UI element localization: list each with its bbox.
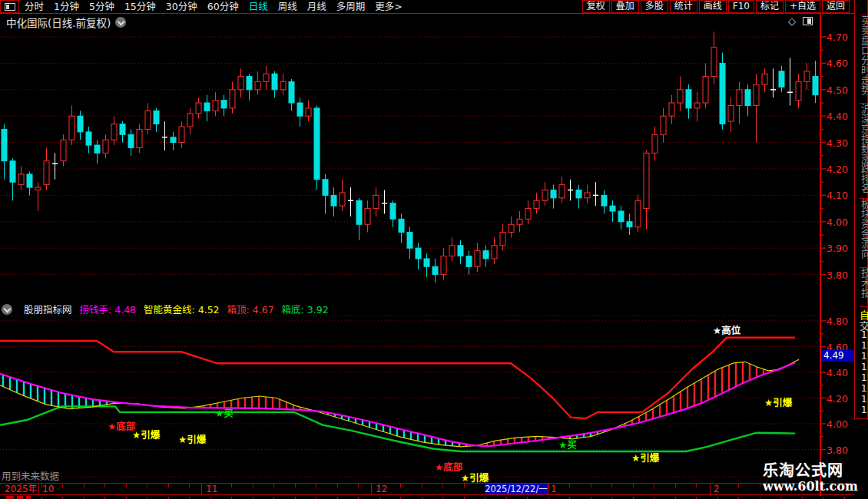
watermark-title: 乐淘公式网 [763, 461, 858, 480]
strip-clipped-text[interactable]: 板块资金流向 [860, 198, 868, 267]
watermark-url: www.60lt.com [763, 480, 858, 494]
right-edge-clipped-panel[interactable]: 自 交 11111111 买卖盘口分时走势沪深京指数涨跌排名板块资金流向技术指标 [854, 0, 868, 420]
future-data-note: 用到未来数据 [2, 468, 59, 483]
selected-date-box: 2025/12/22/一 [485, 484, 548, 494]
signal-marker: ★高位 [713, 325, 741, 336]
strip-clipped-text[interactable]: 沪深京指数涨跌排名 [860, 103, 868, 198]
chart-canvas[interactable]: ★底部★引爆★引爆★买★底部★引爆★买★引爆★高位★引爆 [0, 0, 868, 499]
signal-marker: ★买 [558, 439, 577, 451]
strip-clipped-text[interactable]: 技术指标 [860, 267, 868, 306]
watermark: 乐淘公式网 www.60lt.com [763, 461, 858, 494]
signal-marker: ★引爆 [631, 452, 660, 464]
signal-marker: ★引爆 [461, 472, 489, 484]
signal-marker: ★引爆 [178, 434, 207, 445]
trading-app-window: ★底部★引爆★引爆★买★底部★引爆★买★引爆★高位★引爆 分时1分钟5分钟15分… [0, 0, 868, 499]
current-price-tag: 4.49 [821, 350, 855, 362]
strip-row-digits: 11111111 [861, 329, 867, 415]
strip-bottom-divider [855, 418, 868, 419]
signal-marker: ★引爆 [764, 397, 793, 408]
strip-clipped-text[interactable]: 买卖盘口分时走势 [860, 15, 868, 103]
signal-marker: ★买 [215, 408, 234, 419]
signal-marker: ★底部 [435, 461, 463, 473]
signal-marker: ★引爆 [132, 429, 161, 441]
